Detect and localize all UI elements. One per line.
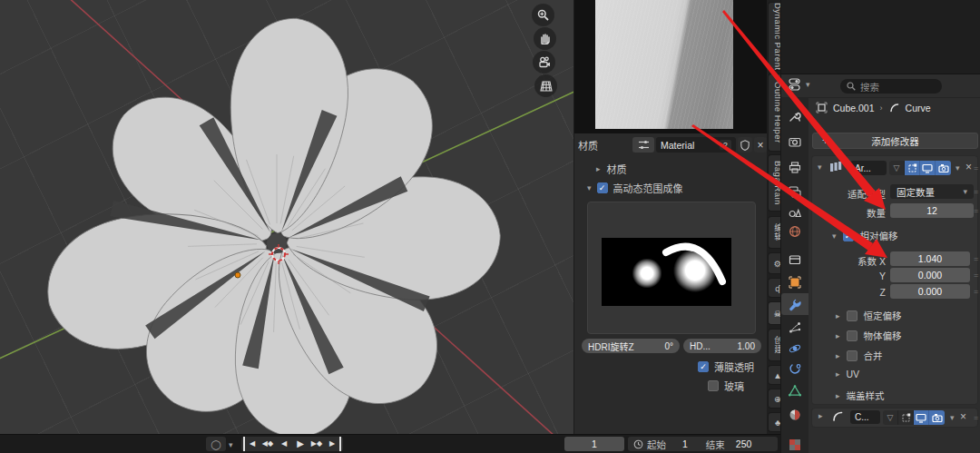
tab-object-data[interactable] [781,379,808,401]
object-offset-header[interactable]: ▸ 物体偏移 [836,329,902,342]
tab-physics[interactable] [781,338,808,359]
pan-gizmo-button[interactable] [534,27,556,50]
count-field[interactable]: 12 [890,203,974,218]
hdri-enable-checkbox[interactable]: ✓ [597,182,608,193]
curve-modifier-icon [831,410,844,423]
tab-output[interactable] [781,156,808,178]
flower-model [33,14,503,434]
tab-material[interactable] [781,404,808,426]
ortho-toggle-button[interactable] [534,74,557,97]
hdri-thumbnail[interactable] [602,238,731,306]
breadcrumb-separator: › [880,103,883,113]
fit-type-dropdown[interactable]: 固定数量 ▾ [890,184,974,199]
object-offset-checkbox[interactable] [847,330,858,341]
current-frame-field[interactable]: 1 [564,437,624,451]
fake-user-button[interactable] [738,137,752,153]
drag-decorator: = [974,271,978,280]
glass-checkbox[interactable] [708,380,719,391]
display-on-cage-toggle[interactable]: ▽ [889,161,905,175]
tab-particles[interactable] [781,317,808,339]
uv-header[interactable]: ▸ UV [836,369,859,379]
tab-tool[interactable] [781,105,808,127]
modifier2-name-field[interactable]: C... [850,410,880,424]
display-realtime-toggle[interactable] [914,410,929,425]
camera-view-button[interactable] [533,51,555,74]
timeline-bar: ◯ ▾ ◀ ◀◆ ◀ ▶ ▶◆ ▶ 1 起始 1 结束 250 [0,434,780,453]
display-render-toggle[interactable] [936,161,951,175]
prev-frame-button[interactable]: ◀ [276,437,292,451]
material-filter-button[interactable] [632,137,654,153]
record-icon: ◯ [211,439,220,449]
tool-icon [789,110,801,123]
blender-window: 材质 Material 2 × ▸ 材质 ▾ ✓ 高动态范围成像 [0,0,980,453]
caps-header[interactable]: ▸ 端盖样式 [836,389,885,402]
relative-offset-header[interactable]: ▾ ✓ 相对偏移 [832,229,898,242]
material-sidebar-panel: 材质 Material 2 × ▸ 材质 ▾ ✓ 高动态范围成像 [573,0,767,434]
factor-x-label: 系数 X [818,254,886,268]
search-input[interactable]: 搜索 [840,79,942,94]
jump-to-start-button[interactable]: ◀ [243,437,260,451]
relative-offset-checkbox[interactable]: ✓ [843,231,854,241]
tab-modifiers[interactable] [781,293,808,315]
material-unlink-button[interactable]: × [754,137,767,153]
material-name-field[interactable]: Material 2 [656,137,736,153]
prev-keyframe-button[interactable]: ◀◆ [260,437,276,451]
tab-constraints[interactable] [781,359,808,380]
merge-header[interactable]: ▸ 合并 [836,349,883,362]
constant-offset-checkbox[interactable] [847,310,858,321]
modifier2-expand-chevron[interactable]: ▸ [818,411,823,420]
chevron-down-icon: ▾ [963,187,967,196]
tab-scene[interactable] [781,201,808,222]
thin-film-checkbox[interactable]: ✓ [698,361,709,372]
chevron-down-icon: ▾ [587,183,592,192]
constraints-icon [789,363,801,376]
tab-view-layer[interactable] [781,181,808,202]
display-edit-mode-toggle[interactable] [898,410,914,425]
hdri-strength-value: 1.00 [738,341,755,351]
tab-object[interactable] [781,271,808,293]
grid-icon [540,81,553,92]
play-button[interactable]: ▶ [292,437,309,451]
modifier-display-toggles: ▽ [889,161,951,175]
outliner-region[interactable] [781,0,980,74]
hdri-strength-slider[interactable]: HD... 1.00 [683,339,761,353]
tab-texture[interactable] [781,434,808,453]
modifier2-extras-dropdown[interactable]: ▾ [950,413,955,422]
keying-dropdown[interactable]: ▾ [229,440,233,449]
modifier2-delete-button[interactable]: × [960,411,966,422]
material-users-count[interactable]: 2 [720,140,731,150]
display-render-toggle[interactable] [929,410,945,425]
tab-render[interactable] [781,131,808,153]
hdri-rotation-slider[interactable]: HDRI旋转Z 0° [582,339,680,353]
material-section-header[interactable]: ▸ 材质 [596,162,627,176]
factor-z-field[interactable]: 0.000 [890,284,970,299]
tab-collection[interactable] [781,248,808,270]
drag-decorator: = [974,254,978,263]
factor-x-field[interactable]: 1.040 [890,251,970,266]
render-toggle-camera-icon [938,163,949,173]
frame-range-group[interactable]: 起始 1 结束 250 [628,437,778,451]
add-modifier-button[interactable]: + 添加修改器 [812,133,978,149]
modifier-delete-button[interactable]: × [965,162,972,172]
factor-y-field[interactable]: 0.000 [890,268,970,282]
modifier-expand-chevron[interactable]: ▾ [818,162,822,172]
modifier-extras-dropdown[interactable]: ▾ [956,163,960,172]
modifier-name-field[interactable]: Ar... [850,161,887,175]
display-realtime-toggle[interactable] [920,161,936,175]
edit-mode-cage-icon [907,163,917,173]
editor-type-selector[interactable]: ▾ [789,78,810,91]
jump-to-end-button[interactable]: ▶ [325,437,341,451]
constant-offset-header[interactable]: ▸ 恒定偏移 [836,309,902,322]
zoom-gizmo-button[interactable] [532,4,554,26]
start-value: 1 [682,438,688,449]
hdri-section-header[interactable]: ▾ ✓ 高动态范围成像 [587,181,683,195]
breadcrumb-object[interactable]: Cube.001 [833,103,875,113]
next-keyframe-button[interactable]: ▶◆ [309,437,325,451]
auto-keying-button[interactable]: ◯ [206,437,226,451]
tab-world[interactable] [781,221,808,242]
display-edit-mode-toggle[interactable] [905,161,920,175]
factor-z-label: Z [818,287,886,298]
merge-checkbox[interactable] [847,350,858,361]
display-on-cage-toggle[interactable]: ▽ [883,410,898,425]
breadcrumb-data[interactable]: Curve [906,103,931,113]
